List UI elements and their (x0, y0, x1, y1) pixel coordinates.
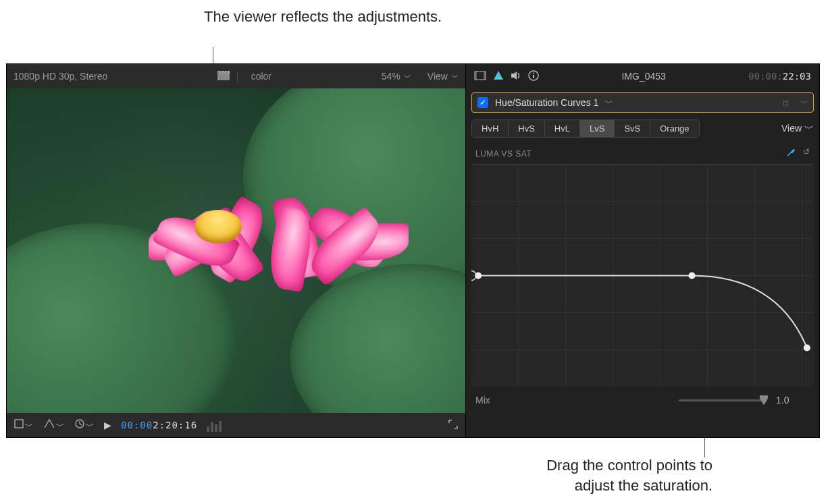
chevron-down-icon[interactable]: ﹀ (605, 98, 613, 108)
chevron-down-icon: ﹀ (85, 420, 95, 431)
clapperboard-icon[interactable] (217, 71, 230, 82)
viewer-canvas[interactable] (7, 88, 465, 413)
curve-svg (471, 165, 814, 387)
zoom-menu[interactable]: 54% ﹀ (382, 71, 411, 82)
callout-curve: Drag the control points to adjust the sa… (510, 455, 712, 495)
chevron-down-icon: ﹀ (804, 123, 814, 134)
curve-tab-svs[interactable]: SvS (615, 120, 650, 137)
effect-header[interactable]: Hue/Saturation Curves 1 ﹀ ◇ ﹀ (471, 92, 814, 113)
view-menu[interactable]: View ﹀ (781, 123, 814, 135)
inspector-toolbar: IMG_0453 00:00:22:03 (466, 64, 819, 88)
chevron-down-icon: ﹀ (449, 73, 459, 81)
slider-thumb[interactable] (760, 395, 768, 405)
inspector-panel: IMG_0453 00:00:22:03 Hue/Saturation Curv… (466, 64, 819, 437)
svg-rect-9 (475, 72, 477, 80)
chevron-down-icon[interactable]: ﹀ (800, 98, 808, 108)
svg-marker-11 (494, 71, 503, 80)
chevron-down-icon: ﹀ (55, 420, 65, 431)
mix-slider[interactable] (679, 399, 767, 401)
viewer-panel: 1080p HD 30p, Stereo | color 54% ﹀ View … (7, 64, 466, 437)
svg-rect-0 (217, 74, 230, 80)
curve-tabs: HvHHvSHvLLvSSvSOrange View ﹀ (471, 119, 814, 138)
chevron-down-icon: ﹀ (24, 420, 34, 431)
viewer-toolbar: 1080p HD 30p, Stereo | color 54% ﹀ View … (7, 64, 465, 88)
viewer-footer: ﹀ ﹀ ﹀ ▶ 00:002:20:16 (7, 413, 465, 437)
audio-meter (207, 418, 222, 432)
curve-tab-hvl[interactable]: HvL (545, 120, 580, 137)
svg-rect-15 (533, 75, 534, 78)
mix-value[interactable]: 1.0 (776, 395, 810, 405)
curve-tab-hvh[interactable]: HvH (472, 120, 509, 137)
mix-row: Mix 1.0 (471, 387, 814, 405)
curve-editor: LUMA vs SAT ↺ Mix (471, 147, 814, 437)
clip-filename: IMG_0453 (621, 71, 665, 82)
view-menu[interactable]: View ﹀ (427, 71, 459, 82)
flower-center (194, 210, 242, 244)
curve-tab-orange[interactable]: Orange (650, 120, 698, 137)
transform-tool-menu[interactable]: ﹀ (43, 418, 65, 432)
keyframe-icon[interactable]: ◇ (781, 97, 792, 108)
callout-viewer: The viewer reflects the adjustments. (204, 7, 442, 27)
mix-label: Mix (475, 395, 490, 405)
eyedropper-icon[interactable] (785, 147, 796, 160)
fullscreen-button[interactable] (448, 419, 459, 432)
reset-button[interactable]: ↺ (803, 147, 810, 160)
video-inspector-icon[interactable] (474, 71, 486, 82)
curve-tab-hvs[interactable]: HvS (509, 120, 545, 137)
app-frame: 1080p HD 30p, Stereo | color 54% ﹀ View … (6, 63, 820, 438)
curve-control-point[interactable] (688, 273, 695, 279)
color-inspector-icon[interactable] (493, 70, 504, 83)
svg-point-14 (533, 72, 534, 74)
chevron-down-icon: ﹀ (402, 73, 411, 81)
retime-menu[interactable]: ﹀ (74, 418, 95, 432)
crop-tool-menu[interactable]: ﹀ (14, 418, 34, 432)
curve-control-point[interactable] (804, 344, 810, 351)
curve-tab-lvs[interactable]: LvS (580, 120, 615, 137)
clip-timecode: 00:00:22:03 (748, 71, 811, 82)
play-button[interactable]: ▶ (104, 420, 111, 430)
curve-label: LUMA vs SAT (475, 149, 531, 159)
info-inspector-icon[interactable] (528, 70, 539, 83)
effect-enable-checkbox[interactable] (477, 97, 488, 108)
audio-inspector-icon[interactable] (511, 71, 521, 82)
curve-grid[interactable] (471, 164, 814, 387)
svg-marker-12 (511, 72, 517, 80)
timecode-display[interactable]: 00:002:20:16 (121, 420, 197, 430)
clip-title: color (251, 71, 271, 82)
svg-rect-6 (15, 420, 23, 428)
effect-name: Hue/Saturation Curves 1 (495, 97, 598, 108)
format-label: 1080p HD 30p, Stereo (14, 71, 107, 82)
svg-rect-10 (484, 72, 486, 80)
